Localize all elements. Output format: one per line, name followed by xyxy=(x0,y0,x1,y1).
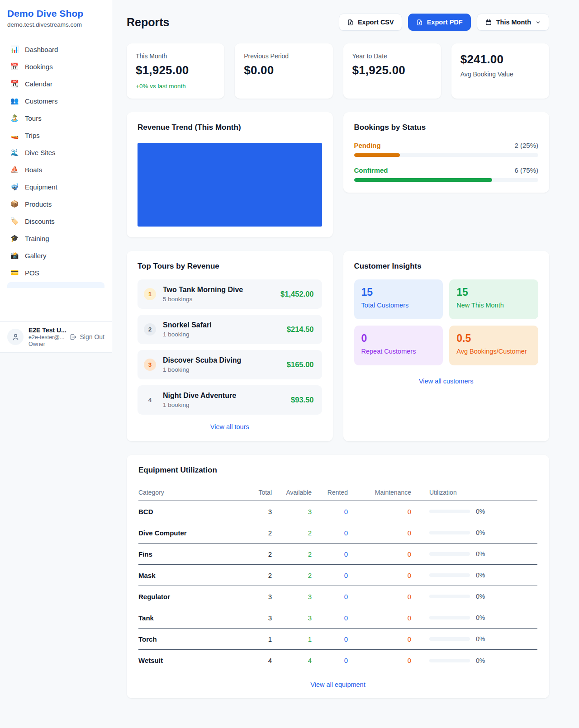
equip-maintenance: 0 xyxy=(348,657,411,664)
equip-total: 4 xyxy=(244,657,272,664)
bookings-by-status-card: Bookings by Status Pending 2 (25%) Confi… xyxy=(343,112,550,193)
equip-maintenance: 0 xyxy=(348,550,411,558)
sidebar-item-label: Training xyxy=(25,235,49,242)
file-download-icon xyxy=(416,19,423,26)
equip-rented: 0 xyxy=(312,593,348,600)
tour-list-item[interactable]: 1 Two Tank Morning Dive 5 bookings $1,45… xyxy=(138,279,322,309)
tour-list: 1 Two Tank Morning Dive 5 bookings $1,45… xyxy=(138,279,322,415)
charts-row: Revenue Trend (This Month) Bookings by S… xyxy=(127,112,549,237)
equipment-title: Equipment Utilization xyxy=(138,466,537,475)
stat-label: Year to Date xyxy=(352,52,432,60)
main-header: Reports Export CSV Export PDF xyxy=(127,14,549,31)
col-maintenance: Maintenance xyxy=(348,489,411,496)
user-icon xyxy=(11,333,20,341)
tour-bookings: 1 booking xyxy=(163,402,284,408)
export-pdf-button[interactable]: Export PDF xyxy=(408,14,471,31)
sidebar-item-boats[interactable]: ⛵ Boats xyxy=(4,161,108,178)
col-category: Category xyxy=(138,489,244,496)
view-all-tours-link[interactable]: View all tours xyxy=(138,415,322,430)
sidebar-item-products[interactable]: 📦 Products xyxy=(4,195,108,213)
equip-available: 2 xyxy=(272,529,312,537)
equip-available: 2 xyxy=(272,550,312,558)
sidebar-item-label: Customers xyxy=(25,97,58,105)
sidebar-item-gallery[interactable]: 📸 Gallery xyxy=(4,247,108,264)
sidebar-item-label: Discounts xyxy=(25,217,55,225)
sidebar-item-bookings[interactable]: 📅 Bookings xyxy=(4,58,108,75)
sidebar-item-pos[interactable]: 💳 POS xyxy=(4,264,108,281)
speedboat-icon: 🚤 xyxy=(10,131,19,139)
sign-out-button[interactable]: Sign Out xyxy=(69,333,104,341)
export-pdf-label: Export PDF xyxy=(427,19,463,26)
sidebar: Demo Dive Shop demo.test.divestreams.com… xyxy=(0,0,112,353)
sailboat-icon: ⛵ xyxy=(10,165,19,174)
sidebar-item-discounts[interactable]: 🏷️ Discounts xyxy=(4,213,108,230)
revenue-trend-title: Revenue Trend (This Month) xyxy=(138,123,322,132)
sidebar-item-training[interactable]: 🎓 Training xyxy=(4,230,108,247)
equip-rented: 0 xyxy=(312,572,348,579)
export-csv-button[interactable]: Export CSV xyxy=(339,14,402,31)
insight-label: Repeat Customers xyxy=(361,348,436,355)
table-row: Dive Computer 2 2 0 0 0% xyxy=(138,522,537,544)
rank-badge: 2 xyxy=(144,323,156,336)
view-all-customers-link[interactable]: View all customers xyxy=(354,378,539,385)
tour-name: Discover Scuba Diving xyxy=(163,356,241,364)
stat-delta: +0% vs last month xyxy=(136,83,215,90)
equip-available: 3 xyxy=(272,614,312,622)
sidebar-item-label: Equipment xyxy=(25,183,57,191)
status-bar-fill xyxy=(354,178,493,182)
stat-label: Previous Period xyxy=(244,52,323,60)
top-tours-card: Top Tours by Revenue 1 Two Tank Morning … xyxy=(127,251,333,441)
tour-revenue: $93.50 xyxy=(291,396,313,404)
sidebar-item-tours[interactable]: 🏝️ Tours xyxy=(4,109,108,127)
user-role: Owner xyxy=(28,341,64,347)
tearoff-calendar-icon: 📆 xyxy=(10,80,19,88)
dive-mask-icon: 🤿 xyxy=(10,183,19,191)
equip-available: 3 xyxy=(272,593,312,600)
sidebar-item-dashboard[interactable]: 📊 Dashboard xyxy=(4,41,108,58)
period-dropdown[interactable]: This Month xyxy=(477,14,549,31)
tour-name: Two Tank Morning Dive xyxy=(163,286,243,293)
status-label: Pending xyxy=(354,142,381,149)
sidebar-item-label: Products xyxy=(25,200,52,208)
sidebar-item-reports-partial[interactable] xyxy=(7,282,104,288)
table-row: Mask 2 2 0 0 0% xyxy=(138,565,537,586)
sidebar-item-label: Dive Sites xyxy=(25,149,56,156)
sidebar-item-dive-sites[interactable]: 🌊 Dive Sites xyxy=(4,144,108,161)
sidebar-item-trips[interactable]: 🚤 Trips xyxy=(4,127,108,144)
sidebar-item-calendar[interactable]: 📆 Calendar xyxy=(4,75,108,92)
equip-total: 3 xyxy=(244,508,272,515)
rank-badge: 1 xyxy=(144,288,156,300)
utilization-bar xyxy=(429,595,470,598)
equip-total: 3 xyxy=(244,614,272,622)
tour-list-item[interactable]: 2 Snorkel Safari 1 booking $214.50 xyxy=(138,315,322,344)
equipment-table-header: Category Total Available Rented Maintena… xyxy=(138,484,537,501)
equip-total: 3 xyxy=(244,593,272,600)
camera-icon: 📸 xyxy=(10,251,19,260)
sidebar-item-label: Calendar xyxy=(25,80,52,88)
wave-icon: 🌊 xyxy=(10,148,19,156)
equip-available: 2 xyxy=(272,572,312,579)
stat-value: $1,925.00 xyxy=(352,63,432,77)
equip-category: BCD xyxy=(138,508,244,515)
stat-value: $0.00 xyxy=(244,63,323,77)
tour-revenue: $165.00 xyxy=(287,360,314,369)
status-bar-track xyxy=(354,153,539,157)
utilization-bar xyxy=(429,659,470,662)
utilization-bar xyxy=(429,573,470,577)
tour-list-item[interactable]: 4 Night Dive Adventure 1 booking $93.50 xyxy=(138,385,322,415)
equip-category: Tank xyxy=(138,614,244,622)
sidebar-item-label: Bookings xyxy=(25,63,53,71)
sidebar-item-customers[interactable]: 👥 Customers xyxy=(4,92,108,109)
insight-tile-total-customers: 15 Total Customers xyxy=(354,279,443,319)
sidebar-item-equipment[interactable]: 🤿 Equipment xyxy=(4,178,108,195)
equip-rented: 0 xyxy=(312,508,348,515)
view-all-equipment-link[interactable]: View all equipment xyxy=(138,681,537,688)
insight-label: Total Customers xyxy=(361,302,436,309)
bookings-by-status-title: Bookings by Status xyxy=(354,123,539,132)
sidebar-item-label: Boats xyxy=(25,166,42,174)
tour-list-item[interactable]: 3 Discover Scuba Diving 1 booking $165.0… xyxy=(138,350,322,379)
tour-revenue: $1,452.00 xyxy=(280,290,313,298)
utilization-pct: 0% xyxy=(476,572,485,579)
table-row: Torch 1 1 0 0 0% xyxy=(138,629,537,650)
equip-rented: 0 xyxy=(312,635,348,643)
